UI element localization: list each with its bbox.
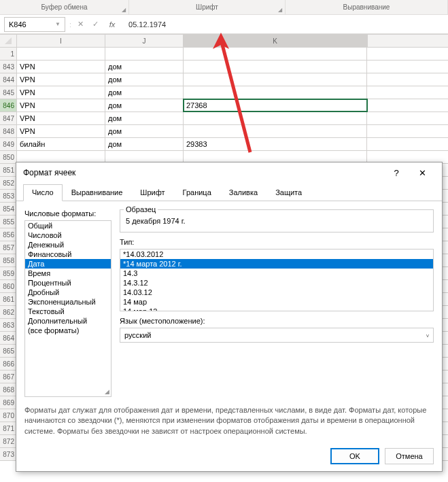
row-header[interactable]: 851 bbox=[0, 164, 17, 176]
cell-K843[interactable] bbox=[184, 61, 367, 73]
tab-1[interactable]: Выравнивание bbox=[63, 184, 132, 201]
type-item[interactable]: 14 мар bbox=[120, 297, 433, 307]
type-item[interactable]: 14.3.12 bbox=[120, 278, 433, 288]
category-item[interactable]: Дробный bbox=[25, 288, 111, 297]
cell-K844[interactable] bbox=[184, 73, 367, 86]
cell-J1[interactable] bbox=[105, 48, 184, 60]
category-item[interactable]: (все форматы) bbox=[25, 326, 111, 335]
cell-I845[interactable]: VPN bbox=[17, 86, 105, 99]
row-header[interactable]: 873 bbox=[0, 448, 17, 460]
accept-formula-button[interactable]: ✓ bbox=[89, 18, 101, 31]
row-header[interactable]: 871 bbox=[0, 422, 17, 434]
row-header[interactable]: 850 bbox=[0, 151, 17, 163]
cell-J843[interactable]: дом bbox=[105, 61, 184, 73]
row-header[interactable]: 869 bbox=[0, 396, 17, 409]
category-item[interactable]: Финансовый bbox=[25, 249, 111, 259]
fx-icon[interactable]: fx bbox=[104, 20, 120, 29]
tab-4[interactable]: Заливка bbox=[220, 184, 266, 201]
help-button[interactable]: ? bbox=[383, 162, 409, 183]
cell-I847[interactable]: VPN bbox=[17, 112, 105, 124]
row-header[interactable]: 860 bbox=[0, 280, 17, 292]
row-header[interactable]: 857 bbox=[0, 241, 17, 254]
type-item[interactable]: 14 мар 12 bbox=[120, 307, 433, 311]
cell-K848[interactable] bbox=[184, 125, 367, 137]
cell-K849[interactable]: 29383 bbox=[184, 138, 367, 150]
type-item[interactable]: *14 марта 2012 г. bbox=[120, 259, 433, 269]
cell-I846[interactable]: VPN bbox=[17, 99, 105, 111]
ribbon-group-alignment[interactable]: Выравнивание bbox=[286, 0, 448, 14]
row-header[interactable]: 872 bbox=[0, 435, 17, 447]
row-header[interactable]: 864 bbox=[0, 332, 17, 344]
row-header[interactable]: 856 bbox=[0, 228, 17, 241]
row-header[interactable]: 852 bbox=[0, 177, 17, 189]
row-header[interactable]: 863 bbox=[0, 319, 17, 331]
chevron-down-icon[interactable]: ▼ bbox=[55, 21, 61, 27]
ribbon-group-clipboard[interactable]: Буфер обмена ◢ bbox=[0, 0, 129, 14]
cell-J844[interactable]: дом bbox=[105, 73, 184, 86]
row-header[interactable]: 846 bbox=[0, 99, 17, 111]
row-header[interactable]: 845 bbox=[0, 86, 17, 99]
row-header[interactable]: 866 bbox=[0, 358, 17, 370]
row-header[interactable]: 853 bbox=[0, 190, 17, 202]
cell-J848[interactable]: дом bbox=[105, 125, 184, 137]
cell-K1[interactable] bbox=[184, 48, 367, 60]
cell-J846[interactable]: дом bbox=[105, 99, 184, 111]
row-header[interactable]: 865 bbox=[0, 345, 17, 357]
category-item[interactable]: Экспоненциальный bbox=[25, 297, 111, 307]
row-header[interactable]: 867 bbox=[0, 371, 17, 383]
category-item[interactable]: Денежный bbox=[25, 240, 111, 249]
category-item[interactable]: Общий bbox=[25, 221, 111, 230]
dialog-launcher-icon[interactable]: ◢ bbox=[278, 7, 282, 13]
cancel-formula-button[interactable]: ✕ bbox=[74, 18, 86, 31]
row-header[interactable]: 843 bbox=[0, 61, 17, 73]
column-header-next[interactable] bbox=[367, 35, 368, 47]
cell-I844[interactable]: VPN bbox=[17, 73, 105, 86]
column-header-I[interactable]: I bbox=[17, 35, 105, 47]
row-header[interactable]: 848 bbox=[0, 125, 17, 137]
close-button[interactable]: ✕ bbox=[409, 162, 435, 183]
tab-0[interactable]: Число bbox=[23, 184, 63, 201]
cell-J849[interactable]: дом bbox=[105, 138, 184, 150]
category-item[interactable]: Процентный bbox=[25, 278, 111, 288]
locale-select[interactable]: русский v bbox=[120, 328, 434, 343]
cell-J847[interactable]: дом bbox=[105, 112, 184, 124]
formula-input[interactable]: 05.12.1974 bbox=[124, 17, 444, 32]
row-header[interactable]: 1 bbox=[0, 48, 17, 60]
cell-J845[interactable]: дом bbox=[105, 86, 184, 99]
select-all-corner[interactable] bbox=[0, 35, 17, 47]
ok-button[interactable]: OK bbox=[330, 448, 379, 464]
row-header[interactable]: 854 bbox=[0, 203, 17, 215]
name-box[interactable]: K846 ▼ bbox=[4, 17, 65, 32]
row-header[interactable]: 855 bbox=[0, 216, 17, 228]
cell-K846[interactable]: 27368 bbox=[184, 99, 367, 111]
cell-K847[interactable] bbox=[184, 112, 367, 124]
column-header-J[interactable]: J bbox=[105, 35, 184, 47]
cell-I843[interactable]: VPN bbox=[17, 61, 105, 73]
tab-2[interactable]: Шрифт bbox=[131, 184, 173, 201]
cell-I1[interactable] bbox=[17, 48, 105, 60]
category-item[interactable]: Дополнительный bbox=[25, 316, 111, 326]
row-header[interactable]: 862 bbox=[0, 306, 17, 318]
row-header[interactable]: 847 bbox=[0, 112, 17, 124]
row-header[interactable]: 849 bbox=[0, 138, 17, 150]
tab-3[interactable]: Граница bbox=[174, 184, 220, 201]
cell-K845[interactable] bbox=[184, 86, 367, 99]
row-header[interactable]: 844 bbox=[0, 73, 17, 86]
row-header[interactable]: 870 bbox=[0, 409, 17, 421]
cell-I848[interactable]: VPN bbox=[17, 125, 105, 137]
row-header[interactable]: 868 bbox=[0, 383, 17, 396]
cancel-button[interactable]: Отмена bbox=[385, 448, 434, 464]
tab-5[interactable]: Защита bbox=[266, 184, 311, 201]
dialog-launcher-icon[interactable]: ◢ bbox=[122, 7, 126, 13]
cell-I849[interactable]: билайн bbox=[17, 138, 105, 150]
dialog-titlebar[interactable]: Формат ячеек ? ✕ bbox=[16, 162, 442, 183]
category-item[interactable]: Числовой bbox=[25, 230, 111, 240]
type-item[interactable]: 14.03.12 bbox=[120, 288, 433, 297]
type-item[interactable]: 14.3 bbox=[120, 269, 433, 278]
type-list[interactable]: *14.03.2012*14 марта 2012 г.14.314.3.121… bbox=[120, 249, 434, 311]
category-item[interactable]: Текстовый bbox=[25, 307, 111, 316]
category-item[interactable]: Дата bbox=[25, 259, 111, 269]
row-header[interactable]: 858 bbox=[0, 254, 17, 266]
category-item[interactable]: Время bbox=[25, 269, 111, 278]
type-item[interactable]: *14.03.2012 bbox=[120, 249, 433, 259]
